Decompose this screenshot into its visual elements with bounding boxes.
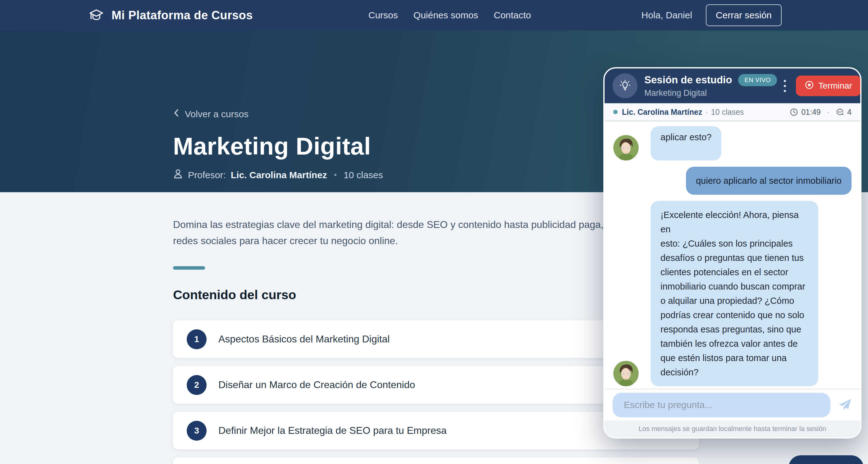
- lesson-number-badge: 2: [187, 375, 207, 395]
- graduation-cap-icon: [89, 7, 104, 23]
- online-dot: [613, 110, 618, 114]
- back-to-courses-link[interactable]: Volver a cursos: [173, 108, 383, 120]
- nav-link-quienes-somos[interactable]: Quiénes somos: [413, 10, 478, 21]
- lesson-title: Diseñar un Marco de Creación de Contenid…: [218, 379, 415, 390]
- stop-circle-icon: [805, 80, 814, 92]
- message-count: 4: [847, 108, 851, 117]
- end-session-button[interactable]: Terminar: [796, 76, 861, 96]
- status-right: 01:49 · 4: [790, 108, 851, 117]
- professor-prefix: Profesor:: [188, 170, 226, 180]
- status-separator: ·: [824, 108, 833, 117]
- lesson-number-badge: 3: [187, 421, 207, 441]
- back-link-label: Volver a cursos: [185, 109, 249, 119]
- status-tutor-name: Lic. Carolina Martínez: [622, 108, 702, 117]
- meta-separator: •: [332, 170, 339, 180]
- person-icon: [173, 169, 183, 181]
- brand-name: Mi Plataforma de Cursos: [112, 9, 253, 22]
- tutor-message: aplicar esto?: [613, 126, 851, 161]
- lesson-card-4-partial[interactable]: [173, 458, 699, 464]
- accent-divider: [173, 266, 205, 270]
- user-message: quiero aplicarlo al sector inmobiliario: [613, 167, 851, 195]
- lesson-title: Definir Mejor la Estrategia de SEO para …: [218, 425, 447, 436]
- chat-header: Sesión de estudio EN VIVO Marketing Digi…: [604, 68, 860, 103]
- course-page: Mi Plataforma de Cursos Cursos Quiénes s…: [0, 0, 868, 464]
- paper-plane-icon: [837, 408, 852, 413]
- lightbulb-icon: [613, 74, 638, 98]
- chat-titles: Sesión de estudio EN VIVO Marketing Digi…: [644, 74, 777, 98]
- chevron-left-icon: [173, 108, 180, 120]
- local-storage-note: Los mensajes se guardan localmente hasta…: [639, 425, 826, 433]
- logout-button[interactable]: Cerrar sesión: [706, 4, 782, 26]
- tutor-avatar: [613, 135, 639, 161]
- kebab-menu-icon[interactable]: [784, 76, 786, 96]
- navbar-right: Hola, Daniel Cerrar sesión: [642, 4, 782, 26]
- session-title: Sesión de estudio: [644, 74, 732, 86]
- chat-message-list[interactable]: aplicar esto? quiero aplicarlo al sector…: [604, 121, 860, 389]
- user-message-bubble: quiero aplicarlo al sector inmobiliario: [686, 167, 851, 195]
- send-button[interactable]: [837, 397, 852, 413]
- lesson-number-badge: 1: [187, 329, 207, 349]
- brand[interactable]: Mi Plataforma de Cursos: [89, 7, 253, 23]
- live-badge: EN VIVO: [738, 74, 777, 86]
- course-title: Marketing Digital: [173, 132, 383, 161]
- user-greeting: Hola, Daniel: [642, 10, 692, 21]
- chat-launcher-pill[interactable]: [788, 455, 864, 464]
- session-subtitle: Marketing Digital: [644, 88, 777, 98]
- status-separator: ·: [702, 108, 711, 117]
- professor-name: Lic. Carolina Martínez: [231, 170, 327, 180]
- tutor-message: ¡Excelente elección! Ahora, piensa en es…: [613, 201, 851, 386]
- tutor-message-bubble: ¡Excelente elección! Ahora, piensa en es…: [651, 201, 818, 386]
- clock-icon: [790, 108, 798, 116]
- top-navbar: Mi Plataforma de Cursos Cursos Quiénes s…: [0, 0, 868, 30]
- message-bubble-icon: [836, 108, 844, 116]
- nav-link-contacto[interactable]: Contacto: [494, 10, 531, 21]
- lessons-count: 10 clases: [344, 170, 383, 180]
- course-meta: Profesor: Lic. Carolina Martínez • 10 cl…: [173, 169, 383, 181]
- nav-links: Cursos Quiénes somos Contacto: [368, 10, 531, 21]
- status-lessons: 10 clases: [711, 108, 744, 117]
- end-session-label: Terminar: [818, 81, 852, 91]
- tutor-message-bubble: aplicar esto?: [651, 126, 721, 161]
- study-session-widget: Sesión de estudio EN VIVO Marketing Digi…: [603, 67, 862, 438]
- lesson-title: Aspectos Básicos del Marketing Digital: [218, 334, 390, 345]
- session-status-bar: Lic. Carolina Martínez · 10 clases 01:49…: [604, 103, 860, 121]
- nav-link-cursos[interactable]: Cursos: [368, 10, 398, 21]
- chat-input-bar: [604, 389, 860, 420]
- session-timer: 01:49: [801, 108, 821, 117]
- chat-footer: Los mensajes se guardan localmente hasta…: [604, 420, 860, 437]
- question-input[interactable]: [613, 393, 830, 417]
- tutor-avatar: [613, 361, 639, 386]
